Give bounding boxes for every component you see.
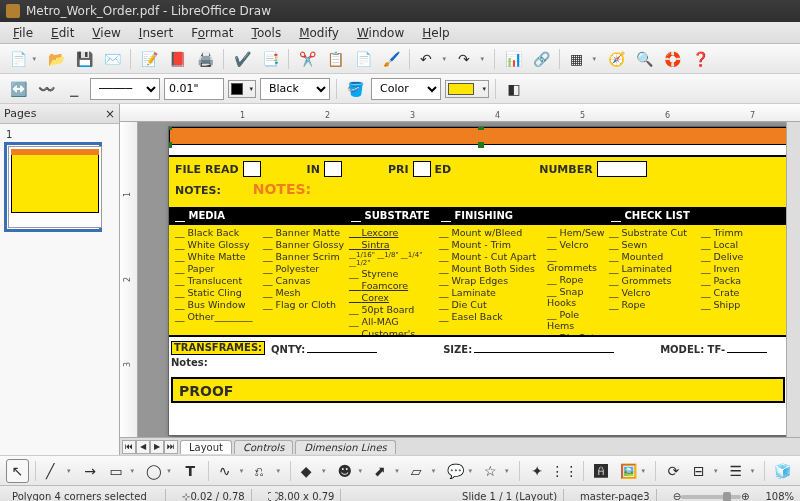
checkbox-file-read[interactable]	[243, 161, 261, 177]
line-style-icon[interactable]: 〰️	[34, 77, 58, 101]
navigator-button[interactable]: 🧭	[604, 47, 628, 71]
autospell-button[interactable]: 📑	[258, 47, 282, 71]
tab-nav-first[interactable]: ⏮	[122, 440, 136, 454]
page-thumbnail-1[interactable]	[4, 142, 102, 232]
cut-button[interactable]: ✂️	[295, 47, 319, 71]
arrange-button[interactable]: ☰	[726, 459, 759, 483]
menu-format[interactable]: Format	[184, 24, 240, 42]
horizontal-ruler[interactable]: 1 2 3 4 5 6 7	[120, 104, 800, 122]
label-notes-big: NOTES:	[253, 181, 311, 197]
menu-help[interactable]: Help	[415, 24, 456, 42]
curve-tool-button[interactable]: ∿	[215, 459, 248, 483]
chart-button[interactable]: 📊	[501, 47, 525, 71]
basic-shapes-button[interactable]: ◆	[297, 459, 330, 483]
save-button[interactable]: 💾	[72, 47, 96, 71]
align-button[interactable]: ⊟	[689, 459, 722, 483]
vertical-ruler[interactable]: 1 2 3 4	[120, 122, 138, 437]
option-item: White Matte	[175, 251, 263, 262]
points-edit-button[interactable]: ✦	[526, 459, 549, 483]
label-in: IN	[307, 163, 320, 176]
connector-tool-button[interactable]: ⎌	[251, 459, 284, 483]
callouts-button[interactable]: 💬	[443, 459, 476, 483]
menu-file[interactable]: File	[6, 24, 40, 42]
tab-controls[interactable]: Controls	[234, 440, 293, 454]
scrollbar-vertical[interactable]	[786, 122, 800, 437]
from-file-button[interactable]: 🖼️	[616, 459, 649, 483]
symbol-shapes-button[interactable]: ☻	[333, 459, 366, 483]
block-arrows-button[interactable]: ⬈	[370, 459, 403, 483]
thumb-label: 1	[4, 128, 115, 142]
status-master[interactable]: master-page3	[574, 489, 657, 502]
tab-dimension-lines[interactable]: Dimension Lines	[295, 440, 395, 454]
option-item: Canvas	[263, 275, 349, 286]
spellcheck-button[interactable]: ✔️	[230, 47, 254, 71]
arrow-style-button[interactable]: ↔️	[6, 77, 30, 101]
fill-mode-combo[interactable]: Color	[371, 78, 441, 100]
rotate-button[interactable]: ⟳	[662, 459, 685, 483]
field-number[interactable]	[597, 161, 647, 177]
pdf-export-button[interactable]: 📕	[165, 47, 189, 71]
tab-nav-last[interactable]: ⏭	[164, 440, 178, 454]
print-button[interactable]: 🖨️	[193, 47, 217, 71]
main-area: Pages × 1 1 2 3 4 5 6 7 1 2 3 4	[0, 104, 800, 455]
redo-button[interactable]: ↷	[454, 47, 488, 71]
stars-button[interactable]: ☆	[480, 459, 513, 483]
menu-modify[interactable]: Modify	[292, 24, 346, 42]
option-item: Wrap Edges	[439, 275, 547, 286]
rectangle-tool-button[interactable]: ▭	[105, 459, 138, 483]
gluepoints-button[interactable]: ⋮⋮	[553, 459, 577, 483]
format-paintbrush-button[interactable]: 🖌️	[379, 47, 403, 71]
status-bar: Polygon 4 corners selected ⊹ 0.02 / 0.78…	[0, 485, 800, 501]
status-zoom[interactable]: 108%	[765, 491, 794, 501]
new-button[interactable]: 📄	[6, 47, 40, 71]
pages-thumbnails[interactable]: 1	[0, 124, 119, 455]
selected-orange-bar[interactable]	[169, 127, 787, 145]
drawing-canvas[interactable]: FILE READ IN PRIED NUMBER NOTES: NOTES:	[138, 122, 800, 437]
fontwork-button[interactable]: 🅰	[589, 459, 612, 483]
page-content[interactable]: FILE READ IN PRIED NUMBER NOTES: NOTES:	[168, 126, 788, 436]
line-style-combo[interactable]: ─────	[90, 78, 160, 100]
checkbox-in[interactable]	[324, 161, 342, 177]
titlebar: Metro_Work_Order.pdf - LibreOffice Draw	[0, 0, 800, 22]
paste-button[interactable]: 📄	[351, 47, 375, 71]
option-item: Mount - Trim	[439, 239, 547, 250]
hyperlink-button[interactable]: 🔗	[529, 47, 553, 71]
checkbox-pri[interactable]	[413, 161, 431, 177]
label-transframes: TRANSFRAMES:	[171, 341, 265, 355]
menu-edit[interactable]: Edit	[44, 24, 81, 42]
menu-view[interactable]: View	[85, 24, 127, 42]
menu-tools[interactable]: Tools	[245, 24, 289, 42]
tab-nav-next[interactable]: ▶	[150, 440, 164, 454]
line-width-input[interactable]	[164, 78, 224, 100]
email-button[interactable]: ✉️	[100, 47, 124, 71]
copy-button[interactable]: 📋	[323, 47, 347, 71]
section-headers: __ MEDIA __ SUBSTRATE __ FINISHING __ CH…	[169, 209, 787, 225]
text-tool-button[interactable]: T	[179, 459, 202, 483]
edit-doc-button[interactable]: 📝	[137, 47, 161, 71]
pages-panel-close[interactable]: ×	[105, 107, 115, 121]
arrow-tool-button[interactable]: →	[79, 459, 102, 483]
select-tool-button[interactable]: ↖	[6, 459, 29, 483]
line-color-combo[interactable]: Black	[260, 78, 330, 100]
line-color-picker[interactable]	[228, 80, 256, 98]
ellipse-tool-button[interactable]: ◯	[142, 459, 175, 483]
menu-window[interactable]: Window	[350, 24, 411, 42]
help-button[interactable]: 🛟	[660, 47, 684, 71]
option-item: Rope	[609, 299, 701, 310]
zoom-button[interactable]: 🔍	[632, 47, 656, 71]
tab-nav-prev[interactable]: ◀	[136, 440, 150, 454]
shadow-button[interactable]: ◧	[502, 77, 526, 101]
line-tool-button[interactable]: ╱	[42, 459, 75, 483]
zoom-slider[interactable]: ⊖⊕	[667, 489, 756, 502]
flowchart-button[interactable]: ▱	[407, 459, 440, 483]
line-endings-button[interactable]: ⎯	[62, 77, 86, 101]
menu-insert[interactable]: Insert	[132, 24, 180, 42]
tab-layout[interactable]: Layout	[180, 440, 232, 454]
area-fill-button[interactable]: 🪣	[343, 77, 367, 101]
open-button[interactable]: 📂	[44, 47, 68, 71]
fill-color-picker[interactable]	[445, 80, 489, 98]
whats-this-button[interactable]: ❓	[688, 47, 712, 71]
undo-button[interactable]: ↶	[416, 47, 450, 71]
extrusion-button[interactable]: 🧊	[771, 459, 794, 483]
grid-button[interactable]: ▦	[566, 47, 600, 71]
